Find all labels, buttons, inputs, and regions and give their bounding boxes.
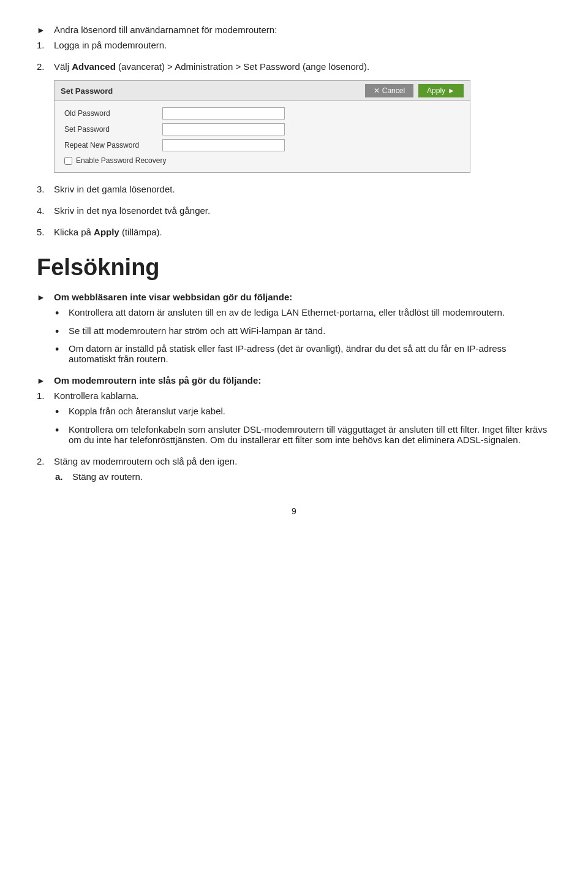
- set-password-titlebar: Set Password ✕ Cancel Apply ►: [55, 81, 470, 101]
- enable-recovery-label: Enable Password Recovery: [76, 156, 166, 165]
- bullet-3-icon: •: [55, 343, 69, 357]
- step-1: 1. Logga in på modemroutern.: [37, 40, 551, 50]
- set-password-buttons: ✕ Cancel Apply ►: [365, 84, 464, 97]
- modem-step-1-text: Kontrollera kablarna.: [54, 390, 551, 401]
- page-number: 9: [37, 506, 551, 516]
- step-3-num: 3.: [37, 184, 54, 194]
- old-password-row: Old Password: [64, 107, 460, 120]
- modem-step-1: 1. Kontrollera kablarna.: [37, 390, 551, 401]
- modem-step-1-num: 1.: [37, 390, 54, 401]
- browser-bullet-1-text: Kontrollera att datorn är ansluten till …: [69, 307, 551, 317]
- arrow-modem-icon: ►: [37, 375, 54, 386]
- felsökning-heading: Felsökning: [37, 254, 551, 281]
- browser-bullet-1: • Kontrollera att datorn är ansluten til…: [37, 307, 551, 321]
- apply-arrow-icon: ►: [448, 86, 455, 95]
- modem-bullet-1-text: Koppla från och återanslut varje kabel.: [69, 406, 551, 416]
- step-2-num: 2.: [37, 61, 54, 72]
- repeat-password-input[interactable]: [162, 139, 285, 151]
- arrow-browser-icon: ►: [37, 292, 54, 302]
- bullet-2-icon: •: [55, 325, 69, 339]
- step-3: 3. Skriv in det gamla lösenordet.: [37, 184, 551, 194]
- arrow-step-change-password: ► Ändra lösenord till användarnamnet för…: [37, 25, 551, 35]
- set-password-title: Set Password: [61, 86, 113, 96]
- step-1-text: Logga in på modemroutern.: [54, 40, 551, 50]
- modem-bullet-1: • Koppla från och återanslut varje kabel…: [37, 406, 551, 419]
- step-3-text: Skriv in det gamla lösenordet.: [54, 184, 551, 194]
- step-4-num: 4.: [37, 205, 54, 216]
- set-password-dialog: Set Password ✕ Cancel Apply ► Old Passwo…: [54, 80, 470, 173]
- modem-section-heading: Om modemroutern inte slås på gör du följ…: [54, 375, 551, 386]
- modem-step-2-text: Stäng av modemroutern och slå på den ige…: [54, 456, 551, 466]
- repeat-password-row: Repeat New Password: [64, 139, 460, 151]
- apply-button[interactable]: Apply ►: [418, 84, 464, 97]
- step-5-num: 5.: [37, 227, 54, 237]
- step-change-password-text: Ändra lösenord till användarnamnet för m…: [54, 25, 551, 35]
- modem-bullet-2-icon: •: [55, 424, 69, 438]
- cancel-button[interactable]: ✕ Cancel: [365, 84, 413, 97]
- modem-sub-step-a-text: Stäng av routern.: [72, 471, 551, 482]
- cancel-label: Cancel: [382, 86, 405, 95]
- step-2-bold: Advanced: [72, 61, 116, 72]
- browser-bullet-2: • Se till att modemroutern har ström och…: [37, 325, 551, 339]
- set-password-input[interactable]: [162, 123, 285, 135]
- browser-section-heading-item: ► Om webbläsaren inte visar webbsidan gö…: [37, 292, 551, 302]
- cancel-x-icon: ✕: [374, 86, 380, 95]
- old-password-input[interactable]: [162, 107, 285, 120]
- modem-section-heading-item: ► Om modemroutern inte slås på gör du fö…: [37, 375, 551, 386]
- step-2: 2. Välj Advanced (avancerat) > Administr…: [37, 61, 551, 72]
- step-4-text: Skriv in det nya lösenordet två gånger.: [54, 205, 551, 216]
- step-1-num: 1.: [37, 40, 54, 50]
- set-password-body: Old Password Set Password Repeat New Pas…: [55, 101, 470, 172]
- repeat-password-label: Repeat New Password: [64, 141, 162, 150]
- step-5: 5. Klicka på Apply (tillämpa).: [37, 227, 551, 237]
- step-4: 4. Skriv in det nya lösenordet två gånge…: [37, 205, 551, 216]
- bullet-1-icon: •: [55, 307, 69, 321]
- modem-step-2: 2. Stäng av modemroutern och slå på den …: [37, 456, 551, 466]
- browser-section-heading: Om webbläsaren inte visar webbsidan gör …: [54, 292, 551, 302]
- old-password-label: Old Password: [64, 109, 162, 118]
- set-password-label: Set Password: [64, 125, 162, 134]
- modem-sub-step-a: a. Stäng av routern.: [37, 471, 551, 482]
- step-2-text: Välj Advanced (avancerat) > Administrati…: [54, 61, 551, 72]
- step-5-text: Klicka på Apply (tillämpa).: [54, 227, 551, 237]
- modem-bullet-1-icon: •: [55, 406, 69, 419]
- browser-bullet-3: • Om datorn är inställd på statisk eller…: [37, 343, 551, 364]
- set-password-row: Set Password: [64, 123, 460, 135]
- arrow-icon: ►: [37, 25, 54, 35]
- apply-label: Apply: [427, 86, 445, 95]
- modem-bullet-2: • Kontrollera om telefonkabeln som anslu…: [37, 424, 551, 445]
- modem-bullet-2-text: Kontrollera om telefonkabeln som anslute…: [69, 424, 551, 445]
- enable-recovery-checkbox[interactable]: [64, 157, 72, 165]
- enable-recovery-row: Enable Password Recovery: [64, 156, 460, 165]
- browser-bullet-2-text: Se till att modemroutern har ström och a…: [69, 325, 551, 336]
- modem-step-2-num: 2.: [37, 456, 54, 466]
- apply-bold: Apply: [94, 227, 119, 237]
- browser-bullet-3-text: Om datorn är inställd på statisk eller f…: [69, 343, 551, 364]
- modem-sub-step-a-label: a.: [55, 471, 72, 482]
